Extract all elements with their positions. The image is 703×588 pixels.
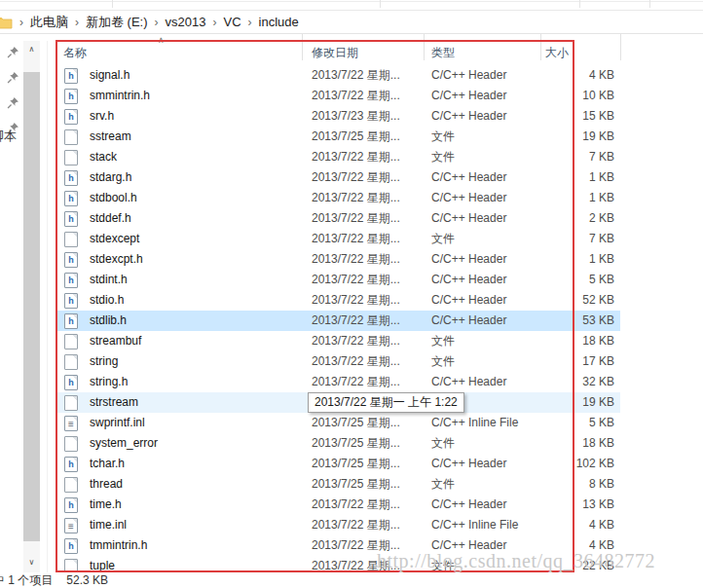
file-row[interactable]: hsignal.h2013/7/22 星期...C/C++ Header4 KB <box>56 65 620 86</box>
folder-icon[interactable] <box>0 16 13 29</box>
file-date: 2013/7/22 星期... <box>312 229 400 249</box>
file-row[interactable]: streambuf2013/7/22 星期...文件18 KB <box>56 331 620 351</box>
breadcrumb-chevron-icon: › <box>155 16 159 29</box>
file-name: strstream <box>90 392 138 413</box>
file-row[interactable]: hsrv.h2013/7/23 星期...C/C++ Header15 KB <box>56 106 620 127</box>
file-name: stdio.h <box>90 290 124 311</box>
header-file-icon: h <box>64 191 78 206</box>
explorer-window: ›此电脑›新加卷 (E:)›vs2013›VC›include 脚本 ∧ ∨ ∧… <box>0 0 703 588</box>
file-date: 2013/7/22 星期... <box>312 188 400 208</box>
column-header-name[interactable]: 名称 <box>63 45 87 61</box>
file-size: 52 KB <box>582 290 614 311</box>
file-row[interactable]: sstream2013/7/25 星期...文件19 KB <box>56 127 620 147</box>
file-row[interactable]: htchar.h2013/7/25 星期...C/C++ Header102 K… <box>56 454 620 474</box>
status-selection-text: 中 1 个项目 <box>0 572 53 588</box>
file-date: 2013/7/22 星期... <box>312 167 400 188</box>
file-name: tchar.h <box>90 454 125 474</box>
column-header-type[interactable]: 类型 <box>431 45 455 61</box>
nav-scrollbar-thumb[interactable] <box>23 72 40 541</box>
ribbon-divider <box>579 0 580 8</box>
file-row[interactable]: string2013/7/22 星期...文件17 KB <box>56 351 620 372</box>
file-row[interactable]: hstdlib.h2013/7/22 星期...C/C++ Header53 K… <box>56 311 620 331</box>
file-date: 2013/7/22 星期... <box>312 311 400 331</box>
file-row[interactable]: hstddef.h2013/7/22 星期...C/C++ Header2 KB <box>56 208 620 229</box>
file-type: C/C++ Header <box>431 188 506 208</box>
file-name: stdlib.h <box>90 311 127 331</box>
sort-ascending-icon: ∧ <box>158 35 165 45</box>
breadcrumb-chevron-icon: › <box>75 16 79 29</box>
file-row[interactable]: hsmmintrin.h2013/7/22 星期...C/C++ Header1… <box>56 86 620 106</box>
file-row[interactable]: system_error2013/7/25 星期...文件18 KB <box>56 433 620 454</box>
inline-file-icon: ≡ <box>64 416 78 431</box>
file-date: 2013/7/25 星期... <box>312 433 400 454</box>
file-row[interactable]: hstdexcpt.h2013/7/22 星期...C/C++ Header1 … <box>56 249 620 270</box>
file-size: 7 KB <box>589 147 614 167</box>
file-name: stdint.h <box>90 270 128 290</box>
file-type: 文件 <box>431 433 455 454</box>
file-row[interactable]: hstring.h2013/7/22 星期...C/C++ Header32 K… <box>56 372 620 392</box>
file-row[interactable]: htime.h2013/7/22 星期...C/C++ Header13 KB <box>56 495 620 515</box>
file-date: 2013/7/25 星期... <box>312 474 400 495</box>
file-date: 2013/7/22 星期... <box>312 86 400 106</box>
header-file-icon: h <box>64 375 78 390</box>
column-header-date[interactable]: 修改日期 <box>312 45 358 61</box>
ribbon-divider <box>112 0 113 8</box>
column-divider[interactable] <box>620 34 621 60</box>
column-divider[interactable] <box>540 34 541 60</box>
header-file-icon: h <box>64 538 78 554</box>
file-size: 2 KB <box>589 208 614 229</box>
top-divider <box>0 1 703 2</box>
file-type: C/C++ Header <box>431 454 506 474</box>
file-row[interactable]: ≡time.inl2013/7/22 星期...C/C++ Inline Fil… <box>56 515 620 535</box>
file-name: stdexcpt.h <box>90 249 143 270</box>
plain-file-icon <box>64 354 78 370</box>
file-row[interactable]: stdexcept2013/7/22 星期...文件7 KB <box>56 229 620 249</box>
file-row[interactable]: stack2013/7/22 星期...文件7 KB <box>56 147 620 167</box>
column-divider[interactable] <box>424 34 425 60</box>
file-type: C/C++ Header <box>431 270 506 290</box>
file-size: 7 KB <box>589 229 614 249</box>
file-type: C/C++ Header <box>431 106 506 127</box>
breadcrumb-item[interactable]: VC <box>223 15 240 29</box>
file-type: 文件 <box>431 229 455 249</box>
file-size: 18 KB <box>582 331 614 351</box>
header-file-icon: h <box>64 497 78 513</box>
pushpin-icon[interactable] <box>7 95 20 109</box>
status-bar: 中 1 个项目 52.3 KB <box>0 572 703 588</box>
file-row[interactable]: thread2013/7/25 星期...文件8 KB <box>56 474 620 495</box>
file-size: 5 KB <box>589 413 614 433</box>
breadcrumb-item[interactable]: vs2013 <box>166 15 206 29</box>
header-file-icon: h <box>64 170 78 186</box>
column-divider[interactable] <box>302 34 303 60</box>
file-row[interactable]: hstdbool.h2013/7/22 星期...C/C++ Header1 K… <box>56 188 620 208</box>
file-type: C/C++ Header <box>431 208 506 229</box>
file-size: 4 KB <box>589 515 614 535</box>
file-date: 2013/7/22 星期... <box>312 249 400 270</box>
breadcrumb-item[interactable]: 此电脑 <box>30 15 68 29</box>
file-row[interactable]: hstdio.h2013/7/22 星期...C/C++ Header52 KB <box>56 290 620 311</box>
file-row[interactable]: ≡swprintf.inl2013/7/25 星期...C/C++ Inline… <box>56 413 620 433</box>
plain-file-icon <box>64 129 78 145</box>
file-type: C/C++ Inline File <box>431 413 518 433</box>
file-name: sstream <box>90 127 131 147</box>
file-size: 19 KB <box>582 127 614 147</box>
address-bar[interactable]: ›此电脑›新加卷 (E:)›vs2013›VC›include <box>0 10 703 34</box>
pushpin-icon[interactable] <box>7 70 20 84</box>
file-size: 15 KB <box>582 106 614 127</box>
scroll-up-icon[interactable]: ∧ <box>23 42 40 56</box>
scroll-down-icon[interactable]: ∨ <box>23 555 40 570</box>
nav-item-label-partial: 脚本 <box>0 128 17 145</box>
file-row[interactable]: hstdint.h2013/7/22 星期...C/C++ Header5 KB <box>56 270 620 290</box>
file-row[interactable]: hstdarg.h2013/7/22 星期...C/C++ Header1 KB <box>56 167 620 188</box>
breadcrumb-item[interactable]: 新加卷 (E:) <box>86 15 148 29</box>
plain-file-icon <box>64 395 78 411</box>
breadcrumb-item[interactable]: include <box>259 15 299 29</box>
file-size: 1 KB <box>589 249 614 270</box>
file-name: system_error <box>90 433 158 454</box>
column-header-size[interactable]: 大小 <box>545 45 569 61</box>
pushpin-icon[interactable] <box>7 45 20 58</box>
status-size-text: 52.3 KB <box>66 573 108 587</box>
file-size: 53 KB <box>582 311 614 331</box>
header-file-icon: h <box>64 89 78 104</box>
breadcrumb: ›此电脑›新加卷 (E:)›vs2013›VC›include <box>13 14 299 31</box>
